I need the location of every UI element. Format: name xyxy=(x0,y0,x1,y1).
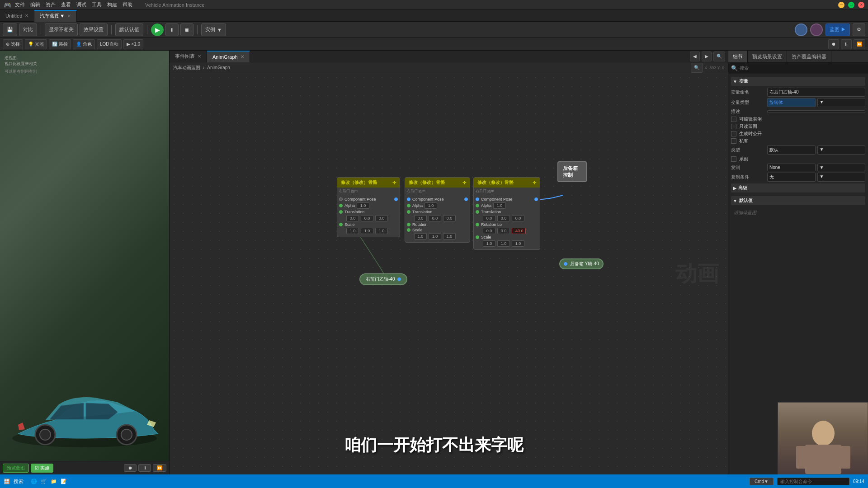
pause-button[interactable]: ⏸ xyxy=(165,23,179,36)
graph-options[interactable]: 🔍 xyxy=(713,52,725,61)
menu-help[interactable]: 帮助 xyxy=(123,1,132,8)
editable-instance-checkbox[interactable] xyxy=(731,117,736,122)
node-2-ty[interactable]: 0.0 xyxy=(429,215,441,221)
pause-anim-btn[interactable]: ⏸ xyxy=(138,464,151,472)
tab-anim-graph[interactable]: AnimGraph ✕ xyxy=(207,51,250,62)
node-3-rz[interactable]: -40.0 xyxy=(512,228,526,234)
node-modify-pose-3[interactable]: 修改（修改）骨骼 ✛ 右后门 jgjm Component Pose Alpha… xyxy=(473,177,540,250)
toolbar-effects[interactable]: 效果设置 xyxy=(80,23,108,36)
breadcrumb-child[interactable]: AnimGraph xyxy=(207,65,230,70)
breadcrumb-root[interactable]: 汽车动画蓝图 xyxy=(173,65,200,71)
sec-pause-2[interactable]: ⏸ xyxy=(841,39,852,49)
defaults-section-header[interactable]: ▼ 默认值 xyxy=(731,196,865,205)
save-button[interactable]: 💾 xyxy=(3,23,17,36)
sec-play-speed[interactable]: ▶ ×1.0 xyxy=(123,39,144,49)
serialize-checkbox[interactable] xyxy=(731,156,736,162)
event-graph-close[interactable]: ✕ xyxy=(198,54,201,59)
play-button[interactable]: ▶ xyxy=(151,23,164,36)
menu-bar[interactable]: 文件 编辑 资产 查看 调试 工具 构建 帮助 xyxy=(15,1,132,8)
node-3-sx[interactable]: 1.0 xyxy=(483,240,495,247)
toolbar-show-unrelated[interactable]: 显示不相关 xyxy=(45,23,78,36)
trunk-control-node[interactable]: 后备箱控制 xyxy=(557,161,587,182)
tab-event-graph[interactable]: 事件图表 ✕ xyxy=(170,51,207,62)
menu-build[interactable]: 构建 xyxy=(107,1,117,8)
advanced-section-header[interactable]: ▶ 高级 xyxy=(731,183,865,192)
node-3-sz[interactable]: 1.0 xyxy=(512,240,524,247)
node-modify-pose-1[interactable]: 修改（修改）骨骼 ✛ 右后门 jgjm Component Pose Alpha… xyxy=(337,177,400,237)
node-2-tz[interactable]: 0.0 xyxy=(443,215,456,221)
node-3-add[interactable]: ✛ xyxy=(533,180,536,185)
sec-select[interactable]: ⊕ 选择 xyxy=(3,39,23,49)
var-name-value[interactable]: 右后门乙轴-40 xyxy=(767,88,865,97)
node-1-add[interactable]: ✛ xyxy=(392,180,396,185)
replicate-cond-dropdown[interactable]: ▼ xyxy=(817,173,866,182)
cmd-btn[interactable]: Cmd▼ xyxy=(750,478,774,485)
graph-zoom-out[interactable]: ◀ xyxy=(690,52,700,61)
details-search-input[interactable] xyxy=(740,66,865,70)
node-1-sy[interactable]: 1.0 xyxy=(361,228,373,234)
var-desc-value[interactable] xyxy=(767,110,865,113)
generate-open-checkbox[interactable] xyxy=(731,131,736,136)
apply-btn[interactable]: ☑ 实施 xyxy=(31,464,53,473)
private-checkbox[interactable] xyxy=(731,138,736,144)
node-3-ry[interactable]: 0.0 xyxy=(497,228,510,234)
taskbar-app2[interactable]: 📝 xyxy=(61,479,67,484)
node-graph[interactable]: 修改（修改）骨骼 ✛ 右后门 jgjm Component Pose Alpha… xyxy=(170,73,728,474)
node-1-tz[interactable]: 0.0 xyxy=(375,215,388,221)
close-button[interactable]: ✕ xyxy=(858,2,864,8)
menu-tools[interactable]: 工具 xyxy=(92,1,102,8)
preview-blueprint-btn[interactable]: 预览蓝图 xyxy=(3,464,29,473)
graph-search[interactable]: 🔍 xyxy=(691,63,703,73)
tab-car-close[interactable]: ✕ xyxy=(67,14,71,19)
anim-graph-close[interactable]: ✕ xyxy=(241,54,244,59)
category-dropdown[interactable]: ▼ xyxy=(817,145,866,155)
var-type-value[interactable]: 旋转体 xyxy=(767,98,816,107)
console-input[interactable] xyxy=(777,478,849,485)
node-2-sy[interactable]: 1.0 xyxy=(429,233,441,239)
category-value[interactable]: 默认 xyxy=(767,145,816,155)
maximize-button[interactable]: □ xyxy=(848,2,854,8)
node-2-alpha-val[interactable]: 1.0 xyxy=(425,202,437,209)
node-2-sz[interactable]: 1.0 xyxy=(443,233,456,239)
stop-button[interactable]: ⏹ xyxy=(180,23,193,36)
sec-path[interactable]: 🔄 路径 xyxy=(49,39,71,49)
taskbar-app1[interactable]: 📁 xyxy=(51,479,57,484)
node-1-tx[interactable]: 0.0 xyxy=(346,215,359,221)
var-type-dropdown[interactable]: ▼ xyxy=(817,98,866,107)
node-3-tz[interactable]: 0.0 xyxy=(512,215,524,221)
menu-debug[interactable]: 调试 xyxy=(76,1,86,8)
variable-section-header[interactable]: ▼ 变量 xyxy=(731,77,865,86)
menu-asset[interactable]: 资产 xyxy=(46,1,56,8)
node-1-alpha-val[interactable]: 1.0 xyxy=(357,202,369,209)
tab-car-blueprint[interactable]: 汽车蓝图▼ ✕ xyxy=(34,10,77,22)
readonly-blueprint-checkbox[interactable] xyxy=(731,124,736,129)
replicate-cond-value[interactable]: 无 xyxy=(767,173,816,182)
taskbar-browser[interactable]: 🌐 xyxy=(31,479,37,484)
toolbar-defaults[interactable]: 默认认值 xyxy=(115,23,143,36)
trunk-output-node[interactable]: 后备箱 Y轴-40 xyxy=(559,258,604,269)
next-frame-btn[interactable]: ⏩ xyxy=(153,464,166,472)
minimize-button[interactable]: ─ xyxy=(838,2,844,8)
node-2-add[interactable]: ✛ xyxy=(462,180,466,185)
graph-zoom-in[interactable]: ▶ xyxy=(702,52,712,61)
node-1-ty[interactable]: 0.0 xyxy=(361,215,373,221)
node-3-alpha-val[interactable]: 1.0 xyxy=(493,202,506,209)
node-modify-pose-2[interactable]: 修改（修改）骨骼 ✛ 右后门 jgjm Component Pose Alpha… xyxy=(405,177,470,243)
node-3-ty[interactable]: 0.0 xyxy=(497,215,510,221)
sec-record[interactable]: ⏺ xyxy=(828,39,839,49)
sec-light[interactable]: 💡 光照 xyxy=(25,39,47,49)
replicate-value[interactable]: None xyxy=(767,164,816,171)
toolbar-blueprint-btn[interactable]: 蓝图 ▶ xyxy=(826,23,850,36)
menu-file[interactable]: 文件 xyxy=(15,1,25,8)
sec-lod[interactable]: LOD自动 xyxy=(97,39,122,49)
details-tab[interactable]: 细节 xyxy=(728,51,748,62)
toolbar-compare[interactable]: 对比 xyxy=(19,23,37,36)
node-3-rx[interactable]: 0.0 xyxy=(483,228,495,234)
preview-settings-tab[interactable]: 预览场景设置 xyxy=(748,51,787,62)
node-1-sz[interactable]: 1.0 xyxy=(375,228,388,234)
toolbar-gear[interactable]: ⚙ xyxy=(853,23,865,36)
input-node-front-door[interactable]: 右前门乙轴-40 xyxy=(359,273,407,285)
viewport[interactable]: 透视图 视口比设置来相关 可以用有别用有别 xyxy=(0,51,169,461)
taskbar-store[interactable]: 🛒 xyxy=(41,479,47,484)
menu-edit[interactable]: 编辑 xyxy=(30,1,40,8)
